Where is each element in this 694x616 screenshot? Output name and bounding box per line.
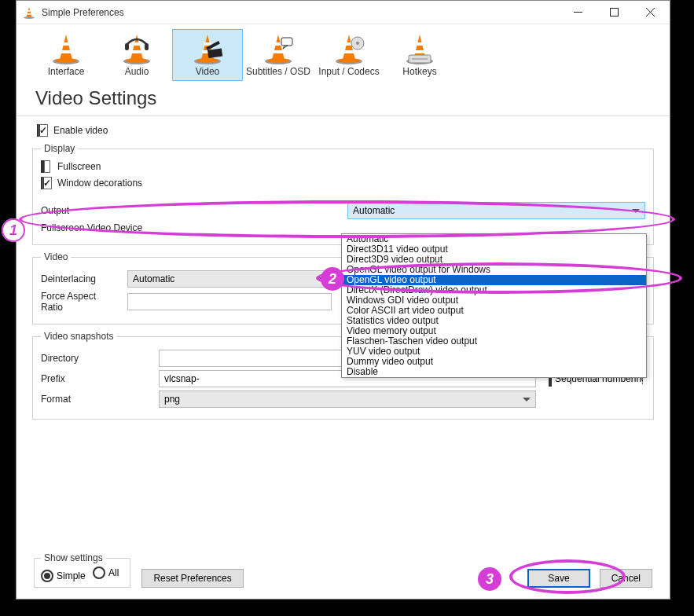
- reset-preferences-button[interactable]: Reset Preferences: [141, 569, 243, 588]
- group-legend: Show settings: [41, 552, 106, 563]
- tab-audio[interactable]: Audio: [101, 29, 172, 81]
- output-option[interactable]: Dummy video output: [342, 357, 646, 367]
- output-combo[interactable]: Automatic: [347, 202, 645, 219]
- tab-video[interactable]: Video: [172, 29, 243, 81]
- force-ar-input[interactable]: [127, 293, 332, 310]
- save-button[interactable]: Save: [527, 569, 589, 588]
- page-title: Video Settings: [17, 84, 670, 116]
- radio-label: All: [108, 567, 119, 578]
- chevron-down-icon: [523, 398, 531, 402]
- group-legend: Video: [41, 251, 71, 262]
- fullscreen-checkbox[interactable]: Fullscreen: [41, 159, 101, 174]
- output-label: Output: [41, 205, 340, 216]
- tab-label: Interface: [48, 66, 85, 77]
- show-settings-group: Show settings Simple All: [34, 552, 130, 588]
- titlebar: Simple Preferences: [17, 1, 670, 24]
- footer: Show settings Simple All Reset Preferenc…: [17, 546, 670, 599]
- tab-label: Input / Codecs: [318, 66, 379, 77]
- checkbox-label: Enable video: [53, 125, 108, 136]
- tab-label: Subtitles / OSD: [246, 66, 310, 77]
- disc-icon: [333, 33, 365, 64]
- radio-label: Simple: [57, 570, 86, 581]
- window-decorations-checkbox[interactable]: Window decorations: [41, 175, 142, 191]
- tab-subtitles[interactable]: Subtitles / OSD: [243, 29, 314, 81]
- combo-value: png: [164, 394, 180, 405]
- tab-label: Hotkeys: [402, 66, 436, 77]
- clapper-icon: [192, 33, 223, 64]
- maximize-button[interactable]: [596, 1, 632, 24]
- enable-video-checkbox[interactable]: Enable video: [37, 123, 108, 138]
- vlc-icon: [23, 6, 35, 19]
- minimize-button[interactable]: [560, 1, 596, 24]
- tab-input-codecs[interactable]: Input / Codecs: [314, 29, 384, 81]
- fullscreen-device-label: Fullscreen Video Device: [41, 222, 340, 233]
- close-button[interactable]: [632, 1, 668, 24]
- window-title: Simple Preferences: [42, 7, 560, 18]
- tab-label: Audio: [125, 66, 149, 77]
- combo-value: Automatic: [133, 273, 174, 284]
- headphones-icon: [121, 33, 152, 64]
- output-option[interactable]: Disable: [342, 367, 646, 377]
- format-combo[interactable]: png: [159, 390, 536, 408]
- output-dropdown-list[interactable]: AutomaticDirect3D11 video outputDirect3D…: [341, 233, 647, 378]
- display-group: Display Fullscreen Window decorations Ou…: [32, 143, 654, 245]
- combo-value: Automatic: [353, 205, 395, 216]
- deinterlacing-label: Deinterlacing: [41, 273, 119, 284]
- group-legend: Display: [41, 143, 78, 154]
- keyboard-icon: [404, 33, 435, 64]
- prefix-label: Prefix: [41, 373, 151, 384]
- speech-icon: [263, 33, 294, 64]
- cone-icon: [50, 33, 82, 64]
- radio-simple[interactable]: Simple: [41, 570, 86, 582]
- format-label: Format: [41, 394, 151, 405]
- chevron-down-icon: [318, 277, 326, 281]
- svg-rect-17: [610, 9, 618, 16]
- checkbox-label: Fullscreen: [57, 161, 101, 172]
- directory-label: Directory: [41, 353, 151, 364]
- tab-interface[interactable]: Interface: [31, 29, 101, 81]
- tab-label: Video: [196, 66, 219, 77]
- deinterlacing-combo[interactable]: Automatic: [127, 270, 332, 288]
- category-toolbar: Interface Audio Video Subtitles / OSD In…: [17, 24, 670, 84]
- tab-hotkeys[interactable]: Hotkeys: [384, 29, 455, 81]
- chevron-down-icon: [632, 209, 640, 213]
- radio-all[interactable]: All: [93, 566, 119, 579]
- checkbox-label: Window decorations: [57, 178, 142, 189]
- group-legend: Video snapshots: [41, 331, 117, 342]
- force-ar-label: Force Aspect Ratio: [41, 291, 119, 313]
- cancel-button[interactable]: Cancel: [600, 569, 652, 588]
